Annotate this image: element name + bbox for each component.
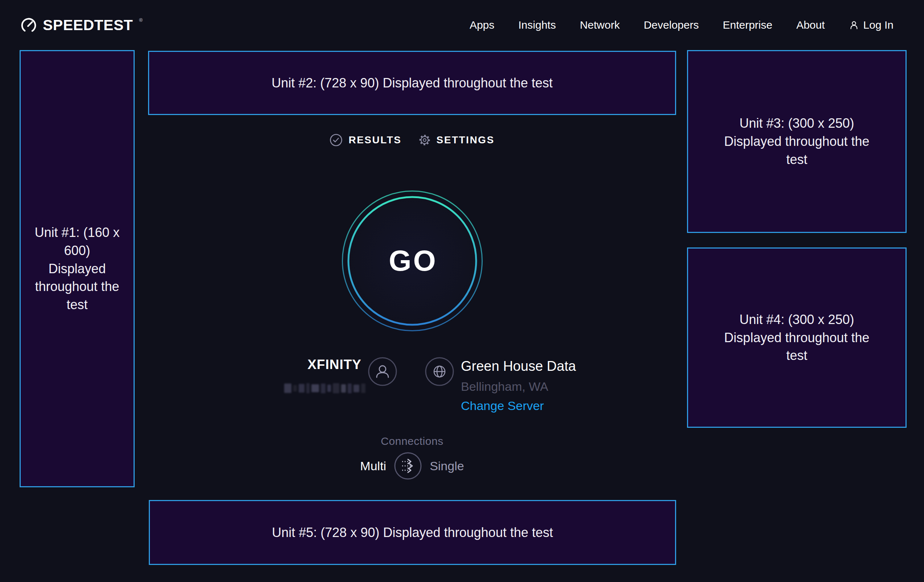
connections-toggle-button[interactable] xyxy=(394,452,422,480)
connections-single-option[interactable]: Single xyxy=(430,459,464,473)
header: SPEEDTEST ® Apps Insights Network Develo… xyxy=(0,0,924,50)
user-icon xyxy=(849,20,859,30)
nav-item-network[interactable]: Network xyxy=(580,19,620,31)
ad-unit-1[interactable]: Unit #1: (160 x 600) Displayed throughou… xyxy=(20,50,135,487)
ad-unit-2[interactable]: Unit #2: (728 x 90) Displayed throughout… xyxy=(148,51,676,115)
multi-connection-arrows-icon xyxy=(394,452,422,480)
ad-unit-4-label: Unit #4: (300 x 250) Displayed throughou… xyxy=(718,311,876,364)
tab-results[interactable]: RESULTS xyxy=(330,134,401,147)
gear-icon xyxy=(419,134,431,146)
redacted-ip xyxy=(284,383,365,394)
nav-item-developers[interactable]: Developers xyxy=(644,19,699,31)
tab-settings[interactable]: SETTINGS xyxy=(419,134,495,146)
nav-item-insights[interactable]: Insights xyxy=(518,19,556,31)
connections-toggle-row: Multi Single xyxy=(148,452,676,480)
go-button[interactable]: GO xyxy=(342,190,483,331)
change-server-link[interactable]: Change Server xyxy=(461,399,544,413)
server-globe-icon xyxy=(425,357,454,386)
primary-nav: Apps Insights Network Developers Enterpr… xyxy=(470,19,894,31)
connections-label: Connections xyxy=(148,435,676,447)
view-tabs: RESULTS SETTINGS xyxy=(148,130,676,150)
tab-results-label: RESULTS xyxy=(348,134,401,146)
tab-settings-label: SETTINGS xyxy=(437,134,495,146)
speedtest-page: SPEEDTEST ® Apps Insights Network Develo… xyxy=(0,0,924,582)
connections-multi-option[interactable]: Multi xyxy=(360,459,386,473)
logo-trademark: ® xyxy=(139,18,143,23)
logo-text: SPEEDTEST xyxy=(43,16,133,34)
speedtest-gauge-icon xyxy=(20,17,37,34)
isp-person-icon xyxy=(368,357,397,386)
login-label: Log In xyxy=(863,19,894,31)
ad-unit-2-label: Unit #2: (728 x 90) Displayed throughout… xyxy=(271,74,553,92)
login-link[interactable]: Log In xyxy=(849,19,894,31)
check-circle-icon xyxy=(330,134,343,147)
go-label: GO xyxy=(387,244,437,278)
isp-name: XFINITY xyxy=(251,357,361,372)
ad-unit-4[interactable]: Unit #4: (300 x 250) Displayed throughou… xyxy=(687,247,907,428)
ad-unit-5[interactable]: Unit #5: (728 x 90) Displayed throughout… xyxy=(149,500,676,565)
nav-item-enterprise[interactable]: Enterprise xyxy=(723,19,772,31)
nav-item-apps[interactable]: Apps xyxy=(470,19,494,31)
server-name: Green House Data xyxy=(461,358,576,374)
server-location: Bellingham, WA xyxy=(461,379,548,394)
ad-unit-5-label: Unit #5: (728 x 90) Displayed throughout… xyxy=(272,524,553,542)
ad-unit-3[interactable]: Unit #3: (300 x 250) Displayed throughou… xyxy=(687,50,907,233)
ad-unit-1-label: Unit #1: (160 x 600) Displayed throughou… xyxy=(35,224,120,313)
logo[interactable]: SPEEDTEST ® xyxy=(20,16,143,34)
nav-item-about[interactable]: About xyxy=(796,19,825,31)
ad-unit-3-label: Unit #3: (300 x 250) Displayed throughou… xyxy=(718,114,876,168)
